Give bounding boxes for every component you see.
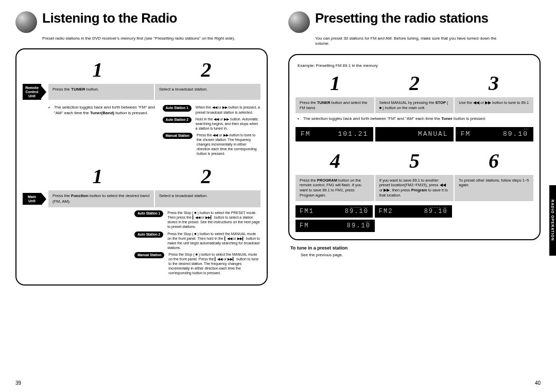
example-text: Example: Presetting FM 89.1 in the memor… xyxy=(298,63,533,68)
step-numbers-row-a: 1 2 3 xyxy=(296,71,533,95)
pill-desc: Press the Stop ( ■ ) button to select th… xyxy=(167,210,260,229)
step-number: 2 xyxy=(152,58,260,82)
section-tab: RADIO OPERATION xyxy=(549,185,556,256)
step-number: 3 xyxy=(454,71,533,95)
text: Press the xyxy=(53,87,71,92)
text-bold: TUNER xyxy=(317,100,331,105)
instruction-row: Remote Control Unit Press the TUNER butt… xyxy=(23,84,260,100)
step-number: 6 xyxy=(454,149,533,173)
instruction-cell: Select a broadcast station. xyxy=(155,84,260,100)
instruction-cell: Select MANUAL by pressing the STOP ( ■ )… xyxy=(375,97,455,114)
lcd-display: MHz FM 89.10 xyxy=(296,220,375,232)
manual-spread: Listening to the Radio Preset radio stat… xyxy=(0,0,556,392)
lcd-right: 89.10 xyxy=(347,222,371,229)
pill-desc: Hold in the ◀◀ or ▶▶ button. Automatic s… xyxy=(196,117,260,131)
instruction-cell: If you want to save 89.1 to another pres… xyxy=(375,175,455,201)
page-header-left: Listening to the Radio xyxy=(15,10,268,33)
text-bold: TUNER xyxy=(71,87,85,92)
pill-column: Auto Station 1 When the ◀◀ or ▶▶ button … xyxy=(163,103,260,158)
text: button. xyxy=(85,87,99,92)
step-number: 1 xyxy=(43,164,152,188)
text: button is pressed. xyxy=(114,111,148,115)
lcd-display: MHz FM 89.10 xyxy=(456,127,533,141)
page-title-left: Listening to the Radio xyxy=(42,10,177,26)
lcd-tag: MHz xyxy=(524,128,529,130)
instruction-cell: Press the PROGRAM button on the remote c… xyxy=(296,175,375,201)
text-bold: STOP xyxy=(436,100,446,105)
sphere-icon xyxy=(288,11,310,33)
instruction-cell: To preset other stations, follow steps 1… xyxy=(455,175,533,201)
instruction-cell: Select a broadcast station. xyxy=(155,190,260,207)
note-text: The selection toggles back and forth bet… xyxy=(54,105,163,116)
sub-heading: To tune in a preset station xyxy=(290,245,541,251)
arrow-right-icon xyxy=(41,193,46,205)
station-mode-row: Auto Station 1 When the ◀◀ or ▶▶ button … xyxy=(163,105,260,114)
note: • The selection toggles back and forth b… xyxy=(298,116,533,121)
lcd-row: FM 101.21 MANUAL MHz FM 89.10 xyxy=(296,127,533,141)
pill-desc: Press the Stop ( ■ ) button to select th… xyxy=(168,252,260,275)
instruction-row: Main Unit Press the Function button to s… xyxy=(23,190,260,207)
manual-station-pill: Manual Station xyxy=(134,252,164,258)
lcd-display: FM 101.21 xyxy=(296,127,375,141)
step-number: 4 xyxy=(296,149,375,173)
instruction-cell: Press the Function button to select the … xyxy=(48,190,155,207)
text: button is pressed. xyxy=(453,116,486,121)
bullet-icon: • xyxy=(298,116,299,121)
note: • The selection toggles back and forth b… xyxy=(48,105,163,153)
station-mode-row: Auto Station 2 Press the Stop ( ■ ) butt… xyxy=(134,231,260,250)
lcd-left: FM xyxy=(300,222,309,229)
note-text: The selection toggles back and forth bet… xyxy=(303,116,533,121)
page-header-right: Presetting the radio stations xyxy=(288,10,541,33)
text: Press the xyxy=(300,178,317,183)
lcd-tag: MHz xyxy=(366,221,371,223)
auto-station-pill: Auto Station 2 xyxy=(134,231,163,238)
lcd-display: MANUAL xyxy=(375,127,455,141)
auto-station-pill: Auto Station 1 xyxy=(163,105,192,111)
lcd-right: MANUAL xyxy=(418,130,448,138)
lcd-left: FM xyxy=(301,130,311,138)
step-number: 2 xyxy=(152,164,260,188)
instruction-row: Press the PROGRAM button on the remote c… xyxy=(296,175,533,201)
text: Press the xyxy=(53,193,71,198)
panel-left: 1 2 Remote Control Unit Press the TUNER … xyxy=(15,48,268,286)
text: The selection toggles back and forth bet… xyxy=(303,116,441,121)
step-number: 1 xyxy=(296,71,375,95)
step-numbers-row-b: 4 5 6 xyxy=(296,149,533,173)
instruction-row: Press the TUNER button and select the FM… xyxy=(296,97,533,114)
text-bold: PROGRAM xyxy=(317,178,337,183)
station-mode-row: Manual Station Press the Stop ( ■ ) butt… xyxy=(134,252,260,275)
bullet-icon: • xyxy=(48,105,50,110)
station-mode-row: Auto Station 2 Hold in the ◀◀ or ▶▶ butt… xyxy=(163,117,260,131)
manual-station-pill: Manual Station xyxy=(163,133,193,139)
lcd-right: 89.10 xyxy=(424,208,448,215)
lcd-right: 89.10 xyxy=(503,130,528,138)
page-number-left: 39 xyxy=(15,380,21,386)
pill-desc: Press the ◀◀ or ▶▶ button to tune to the… xyxy=(197,133,260,156)
page-number-right: 40 xyxy=(535,380,541,386)
text: Press the xyxy=(300,100,317,105)
panel-right: Example: Presetting FM 89.1 in the memor… xyxy=(288,54,541,240)
lcd-display: PROGRAM MHz FM2 89.10 xyxy=(375,205,454,218)
lcd-right: 101.21 xyxy=(338,130,369,138)
page-left: Listening to the Radio Preset radio stat… xyxy=(15,10,268,387)
station-mode-row: Auto Station 1 Press the Stop ( ■ ) butt… xyxy=(134,210,260,229)
lcd-left: FM1 xyxy=(300,208,314,215)
text-bold: Tuner(Band) xyxy=(90,111,114,115)
instruction-cell: Press the TUNER button. xyxy=(48,84,155,100)
remote-label-text: Remote Control Unit xyxy=(23,84,41,100)
lcd-tag: PROGRAM MHz xyxy=(428,206,447,208)
sphere-icon xyxy=(15,11,37,33)
text: Select MANUAL by pressing the xyxy=(379,100,436,105)
lcd-left: FM xyxy=(461,130,471,138)
source-label-remote: Remote Control Unit xyxy=(23,84,48,100)
lcd-right: 89.10 xyxy=(345,208,369,215)
pill-desc: When the ◀◀ or ▶▶ button is pressed, a p… xyxy=(196,105,260,114)
step-numbers-row2: 1 2 xyxy=(23,164,260,188)
step-number: 5 xyxy=(375,149,454,173)
main-label-text: Main Unit xyxy=(23,193,41,205)
text-bold: Function xyxy=(71,193,89,198)
pill-desc: Press the Stop ( ■ ) button to select th… xyxy=(167,231,260,250)
instruction-cell: Use the ◀◀ or ▶▶ button to tune to 89.1 xyxy=(455,97,533,114)
auto-station-pill: Auto Station 1 xyxy=(134,210,163,217)
step-number: 1 xyxy=(43,58,152,82)
